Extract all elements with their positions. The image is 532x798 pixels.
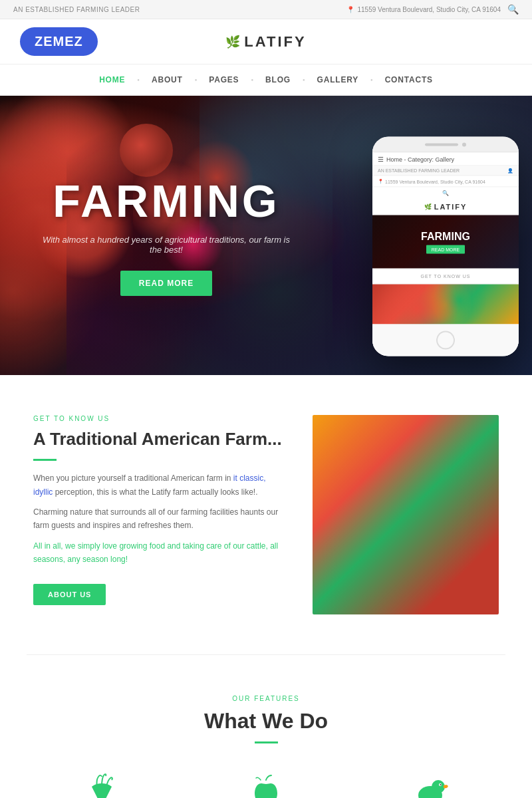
about-desc-3: All in all, we simply love growing food … — [33, 539, 286, 567]
phone-hero-mini: FARMING READ MORE — [372, 215, 519, 269]
phone-mini-header: 🌿 LATIFY — [372, 199, 519, 215]
about-section: GET TO KNOW US A Traditional American Fa… — [0, 375, 532, 654]
about-desc-2: Charming nature that surrounds all of ou… — [33, 505, 286, 533]
fruit-icon — [246, 770, 286, 798]
nav-dot-3: ● — [251, 78, 253, 82]
nav-dot-2: ● — [195, 78, 198, 82]
feature-fruits: Fruits There is a great difference betwe… — [191, 770, 342, 798]
location-icon: 📍 — [346, 6, 354, 13]
svg-point-4 — [440, 784, 441, 785]
hamburger-icon: ☰ — [378, 156, 384, 163]
latify-logo: 🌿 LATIFY — [225, 33, 306, 51]
hero-section: FARMING With almost a hundred years of a… — [0, 96, 532, 375]
top-bar: AN ESTABLISHED FARMING LEADER 📍 11559 Ve… — [0, 0, 532, 19]
phone-mini-topbar: AN ESTABLISHED FARMING LEADER 👤 — [372, 166, 519, 176]
zemez-logo[interactable]: ZEMEZ — [20, 27, 98, 56]
nav-dot-5: ● — [370, 78, 373, 82]
about-us-button[interactable]: ABOUT US — [33, 584, 106, 605]
features-label: OUR FEATURES — [27, 695, 505, 702]
about-image — [313, 415, 499, 614]
vegetable-icon — [82, 770, 122, 798]
nav-dot-4: ● — [303, 78, 305, 82]
phone-browser-bar: ☰ Home - Category: Gallery — [372, 153, 519, 166]
livestock-icon — [410, 770, 450, 798]
phone-mockup: ☰ Home - Category: Gallery AN ESTABLISHE… — [372, 137, 519, 356]
phone-camera — [462, 142, 466, 146]
phone-home-button — [372, 325, 519, 356]
nav-blog[interactable]: BLOG — [255, 71, 301, 88]
top-bar-tagline: AN ESTABLISHED FARMING LEADER — [13, 6, 140, 13]
phone-notch-bar — [425, 143, 458, 146]
svg-point-2 — [432, 780, 445, 793]
phone-screen: ☰ Home - Category: Gallery AN ESTABLISHE… — [372, 153, 519, 356]
phone-search: 🔍 — [372, 188, 519, 199]
about-text: GET TO KNOW US A Traditional American Fa… — [33, 415, 286, 605]
feature-vegetables: Vegetables Vegetable farming is the grow… — [27, 770, 178, 798]
user-icon: 👤 — [507, 168, 513, 174]
phone-section-mini: GET TO KNOW US — [372, 269, 519, 285]
nav-contacts[interactable]: CONTACTS — [374, 71, 444, 88]
leaf-icon: 🌿 — [225, 35, 240, 49]
hero-read-more-button[interactable]: READ MORE — [120, 271, 212, 296]
feature-livestock: Livestock We additionally produce a lot … — [354, 770, 505, 798]
features-divider — [255, 741, 278, 743]
search-small-icon: 🔍 — [442, 190, 449, 196]
nav-dot-1: ● — [137, 78, 140, 82]
nav-gallery[interactable]: GALLERY — [307, 71, 370, 88]
hero-subtitle: With almost a hundred years of agricultu… — [40, 235, 293, 255]
search-icon[interactable]: 🔍 — [507, 4, 519, 15]
phone-notch — [372, 137, 519, 153]
top-bar-right: 📍 11559 Ventura Boulevard, Studio City, … — [346, 4, 519, 15]
nav-pages[interactable]: PAGES — [198, 71, 249, 88]
header: ZEMEZ 🌿 LATIFY — [0, 19, 532, 65]
about-title: A Traditional American Farm... — [33, 429, 286, 450]
phone-leaf-icon: 🌿 — [424, 203, 432, 210]
hero-content: FARMING With almost a hundred years of a… — [0, 175, 293, 296]
features-title: What We Do — [27, 709, 505, 733]
map-pin-icon: 📍 — [378, 179, 384, 184]
about-label: GET TO KNOW US — [33, 415, 286, 422]
phone-address-bar: 📍 11559 Ventura Boulevard, Studio City, … — [372, 176, 519, 188]
features-section: OUR FEATURES What We Do Vegetables Veget… — [0, 655, 532, 798]
about-desc-1: When you picture yourself a traditional … — [33, 471, 286, 499]
home-button-circle — [436, 331, 455, 350]
hero-title: FARMING — [40, 175, 293, 227]
navigation: HOME ● ABOUT ● PAGES ● BLOG ● GALLERY ● … — [0, 65, 532, 96]
features-grid: Vegetables Vegetable farming is the grow… — [27, 770, 505, 798]
phone-vegetable-image — [372, 285, 519, 325]
top-bar-address: 📍 11559 Ventura Boulevard, Studio City, … — [346, 6, 501, 13]
nav-home[interactable]: HOME — [88, 71, 136, 88]
nav-about[interactable]: ABOUT — [141, 71, 194, 88]
about-divider — [33, 459, 57, 461]
